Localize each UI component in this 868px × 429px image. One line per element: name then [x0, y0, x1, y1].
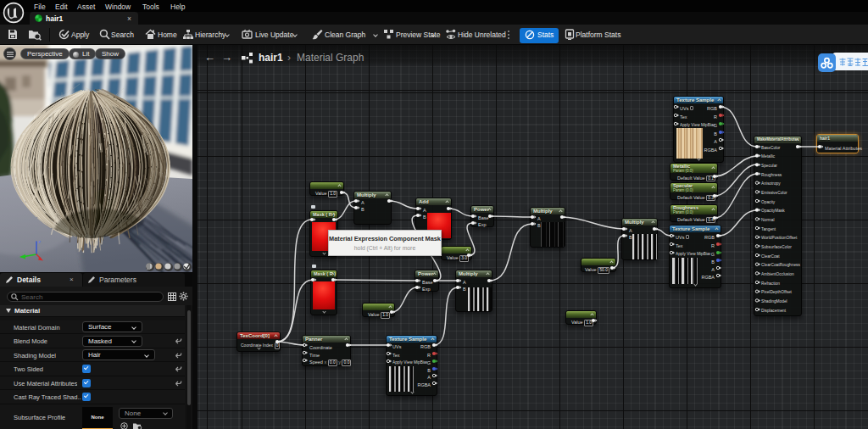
svg-text:z: z [39, 239, 42, 244]
